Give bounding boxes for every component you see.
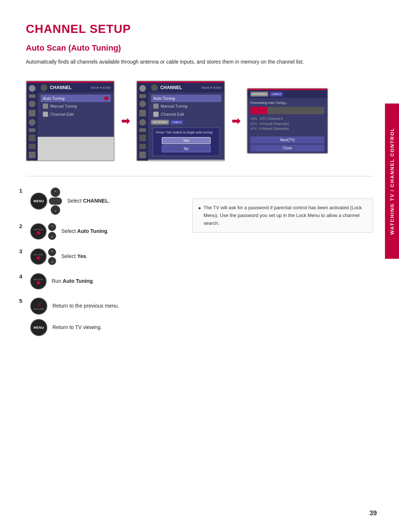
step-2-text: Select Auto Tuning.	[61, 228, 109, 235]
steps-left: 1 MENU ⌃ ⌄ Select CHANNEL. 2 ENT	[26, 187, 181, 344]
step2-down-btn: ⌄	[48, 232, 56, 240]
note-box: The TV will ask for a password if parent…	[192, 199, 373, 233]
step-4-number: 4	[19, 273, 22, 279]
screen2-yes-btn: Yes	[162, 137, 210, 144]
side-tab-label: WATCHING TV / CHANNEL CONTROL	[389, 128, 395, 235]
screen1: CHANNEL Move ● Enter Auto Tuning Manual …	[26, 81, 115, 161]
page-number: 39	[369, 509, 377, 517]
step-5: 5 ↺ RETURN Return to the previous menu.	[26, 298, 181, 315]
step4-enter-btn: ENTER	[30, 273, 47, 289]
step-3-number: 3	[19, 248, 22, 254]
screen2-no-btn: No	[162, 145, 210, 152]
screen2-header: CHANNEL	[160, 85, 182, 90]
step2-enter-btn: ENTER	[30, 223, 47, 240]
step-1-text: Select CHANNEL.	[67, 197, 110, 205]
step-1: 1 MENU ⌃ ⌄ Select CHANNEL.	[26, 187, 181, 215]
screen1-menu-item-1: Manual Tuning	[41, 102, 111, 110]
step1-nav-down: ⌄	[51, 205, 60, 215]
side-tab: WATCHING TV / CHANNEL CONTROL	[385, 104, 399, 259]
screen3-antenna-btn: ANTENNA	[250, 92, 268, 96]
step6-menu-btn: MENU	[30, 319, 47, 336]
step-5-text: Return to the previous menu.	[52, 302, 119, 310]
screen2-nav-hint: Move ● Enter	[201, 86, 221, 89]
step-4-text: Run Auto Tuning.	[52, 278, 94, 285]
step1-nav-cluster: ⌃ ⌄	[49, 187, 62, 215]
screen3-processing-text: Processing Auto Tuning...	[250, 101, 324, 105]
arrow2: ➡	[232, 115, 240, 127]
step2-up-btn: ⌃	[48, 223, 56, 231]
screen2: CHANNEL Move ● Enter Auto Tuning Manual …	[136, 81, 225, 161]
step-2-number: 2	[19, 223, 22, 229]
screen1-menu-item-0: Auto Tuning	[41, 95, 111, 102]
screen3-nexttv-btn: Next(TV)	[250, 136, 324, 143]
step5-return-btn: ↺ RETURN	[30, 298, 47, 315]
screen3-close-btn: Close	[250, 145, 324, 152]
screen3-progress-info: 23% DTV Channel 8 DTV : 0 Found Channel(…	[250, 116, 324, 132]
screen1-nav-hint: Move ● Enter	[91, 86, 111, 89]
screen2-dialog-text: Press 'Yes' button to begin auto tuning.	[156, 130, 216, 135]
divider	[26, 176, 373, 176]
step-4: 4 ENTER Run Auto Tuning.	[26, 273, 181, 289]
step3-down-btn: ⌄	[48, 257, 56, 265]
step-6-text: Return to TV viewing.	[52, 324, 102, 331]
step-3-text: Select Yes.	[61, 253, 88, 260]
step-6: MENU Return to TV viewing.	[26, 319, 181, 336]
screen1-menu-item-2: Channel Edit	[41, 110, 111, 118]
step-1-number: 1	[19, 187, 22, 194]
step-2: 2 ENTER ⌃ ⌄ Select Auto Tuning.	[26, 223, 181, 240]
screen2-menu-item-1: Manual Tuning	[151, 102, 221, 110]
screens-container: CHANNEL Move ● Enter Auto Tuning Manual …	[26, 81, 373, 161]
arrow1: ➡	[121, 115, 130, 127]
steps-right: The TV will ask for a password if parent…	[192, 187, 373, 344]
steps-container: 1 MENU ⌃ ⌄ Select CHANNEL. 2 ENT	[26, 187, 373, 344]
step1-menu-btn: MENU	[30, 193, 47, 210]
screen3: ANTENNA CABLE Processing Auto Tuning... …	[247, 88, 328, 154]
screen1-header: CHANNEL	[50, 85, 72, 90]
screen2-menu-item-2: Channel Edit	[151, 110, 221, 118]
screen3-cable-btn: CABLE	[270, 92, 283, 96]
step3-up-btn: ⌃	[48, 248, 56, 256]
step-5-number: 5	[19, 298, 22, 304]
step-3: 3 ENTER ⌃ ⌄ Select Yes.	[26, 248, 181, 265]
step1-nav-up: ⌃	[51, 187, 60, 197]
note-text: The TV will ask for a password if parent…	[198, 204, 367, 227]
step2-updown: ⌃ ⌄	[48, 223, 56, 240]
screen2-menu-item-0: Auto Tuning	[151, 95, 221, 102]
section-description: Automatically finds all channels availab…	[26, 58, 329, 66]
chapter-title: CHANNEL SETUP	[26, 22, 373, 36]
step3-enter-btn: ENTER	[30, 248, 47, 265]
section-title: Auto Scan (Auto Tuning)	[26, 43, 373, 53]
step3-updown: ⌃ ⌄	[48, 248, 56, 265]
